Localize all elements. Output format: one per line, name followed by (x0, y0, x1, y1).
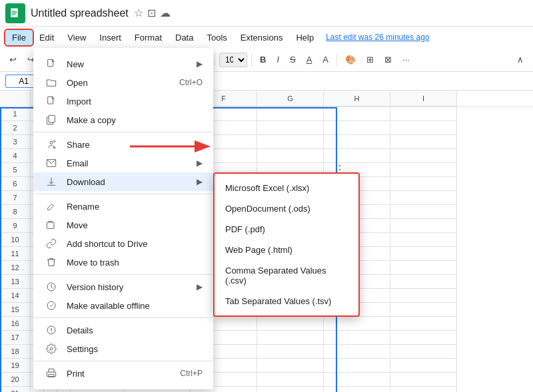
menu-item-format[interactable]: Format (128, 30, 169, 45)
drive-icon[interactable]: ⊡ (147, 7, 156, 19)
menu-item-view[interactable]: View (61, 30, 93, 45)
borders-button[interactable]: ⊞ (362, 53, 378, 67)
cell-h16[interactable] (324, 317, 390, 331)
cell-g18[interactable] (257, 345, 324, 359)
cloud-icon[interactable]: ☁ (160, 7, 171, 19)
download-ods[interactable]: OpenDocument (.ods) (215, 198, 358, 219)
more-button[interactable]: ··· (398, 53, 414, 67)
cell-g3[interactable] (257, 135, 324, 149)
cell-i7[interactable] (390, 191, 457, 205)
cell-i14[interactable] (390, 289, 457, 303)
cell-h1[interactable] (324, 107, 390, 121)
cell-i8[interactable] (390, 205, 457, 219)
cell-g17[interactable] (257, 331, 324, 345)
row-num-5: 5 (0, 163, 31, 177)
collapse-button[interactable]: ∧ (513, 53, 528, 67)
cell-g2[interactable] (257, 121, 324, 135)
download-csv[interactable]: Comma Separated Values (.csv) (215, 260, 358, 291)
italic-button[interactable]: I (272, 53, 283, 67)
fill-color-button[interactable]: 🎨 (341, 53, 360, 67)
print-label: Print (67, 369, 180, 379)
cell-h20[interactable] (324, 373, 390, 387)
bold-button[interactable]: B (256, 53, 270, 67)
star-icon[interactable]: ☆ (134, 7, 143, 19)
menu-item-tools[interactable]: Tools (200, 30, 233, 45)
menu-move-trash[interactable]: Move to trash (33, 253, 213, 272)
open-label: Open (67, 78, 179, 88)
menu-move[interactable]: Move (33, 216, 213, 234)
menu-add-shortcut[interactable]: Add shortcut to Drive (33, 234, 213, 253)
cell-g1[interactable] (257, 107, 324, 121)
font-size-select[interactable]: 10 (219, 53, 247, 67)
cell-h21[interactable] (324, 387, 390, 392)
menu-settings[interactable]: Settings (33, 339, 213, 358)
cell-g19[interactable] (257, 359, 324, 373)
text-color-button[interactable]: A (318, 53, 332, 67)
svg-point-9 (50, 141, 53, 144)
cell-g4[interactable] (257, 149, 324, 163)
download-pdf[interactable]: PDF (.pdf) (215, 219, 358, 240)
cell-h18[interactable] (324, 345, 390, 359)
menu-open[interactable]: Open Ctrl+O (33, 73, 213, 92)
menu-item-file[interactable]: File (5, 30, 33, 45)
download-tsv[interactable]: Tab Separated Values (.tsv) (215, 291, 358, 311)
menu-item-data[interactable]: Data (169, 30, 200, 45)
menu-offline[interactable]: Make available offline (33, 296, 213, 315)
cell-i1[interactable] (390, 107, 457, 121)
strikethrough-button[interactable]: S (286, 53, 300, 67)
cell-g21[interactable] (257, 387, 324, 392)
menu-share[interactable]: Share ▶ (33, 135, 213, 154)
menu-details[interactable]: Details (33, 321, 213, 339)
cell-i13[interactable] (390, 275, 457, 289)
file-menu: New ▶ Open Ctrl+O Import Make a (33, 48, 213, 389)
cell-i12[interactable] (390, 261, 457, 275)
cell-h3[interactable] (324, 135, 390, 149)
cell-i10[interactable] (390, 233, 457, 247)
toolbar-divider-5 (336, 53, 337, 67)
download-html[interactable]: Web Page (.html) (215, 240, 358, 260)
cell-h19[interactable] (324, 359, 390, 373)
menu-version-history[interactable]: Version history ▶ (33, 278, 213, 296)
cell-i18[interactable] (390, 345, 457, 359)
menu-item-insert[interactable]: Insert (93, 30, 128, 45)
cell-i20[interactable] (390, 373, 457, 387)
menu-rename[interactable]: Rename (33, 197, 213, 216)
cell-i21[interactable] (390, 387, 457, 392)
cell-i11[interactable] (390, 247, 457, 261)
menu-make-copy[interactable]: Make a copy (33, 110, 213, 129)
share-icon (44, 139, 59, 150)
make-copy-label: Make a copy (67, 115, 203, 125)
undo-button[interactable]: ↩ (5, 53, 21, 67)
cell-g20[interactable] (257, 373, 324, 387)
cell-h2[interactable] (324, 121, 390, 135)
menu-item-help[interactable]: Help (289, 30, 320, 45)
cell-i3[interactable] (390, 135, 457, 149)
cell-h4[interactable] (324, 149, 390, 163)
cell-i16[interactable] (390, 317, 457, 331)
download-xlsx[interactable]: Microsoft Excel (.xlsx) (215, 178, 358, 198)
menu-print[interactable]: Print Ctrl+P (33, 364, 213, 383)
underline-button[interactable]: A (302, 53, 316, 67)
menu-import[interactable]: Import (33, 92, 213, 110)
corner-header (0, 91, 31, 106)
top-bar: Untitled spreadsheet ☆ ⊡ ☁ (0, 0, 533, 27)
menu-download[interactable]: Download ▶ Microsoft Excel (.xlsx) OpenD… (33, 172, 213, 191)
menu-new[interactable]: New ▶ (33, 55, 213, 73)
menu-item-extensions[interactable]: Extensions (234, 30, 290, 45)
cell-g16[interactable] (257, 317, 324, 331)
cell-i15[interactable] (390, 303, 457, 317)
row-num-9: 9 (0, 219, 31, 233)
cell-i2[interactable] (390, 121, 457, 135)
svg-rect-8 (49, 115, 55, 122)
cell-i5[interactable] (390, 163, 457, 177)
menu-item-edit[interactable]: Edit (33, 30, 61, 45)
cell-i6[interactable] (390, 177, 457, 191)
cell-i9[interactable] (390, 219, 457, 233)
cell-i4[interactable] (390, 149, 457, 163)
cell-i19[interactable] (390, 359, 457, 373)
menu-email[interactable]: Email ▶ (33, 154, 213, 172)
cell-i17[interactable] (390, 331, 457, 345)
cell-h17[interactable] (324, 331, 390, 345)
merge-button[interactable]: ⊠ (380, 53, 396, 67)
import-icon (44, 96, 59, 106)
